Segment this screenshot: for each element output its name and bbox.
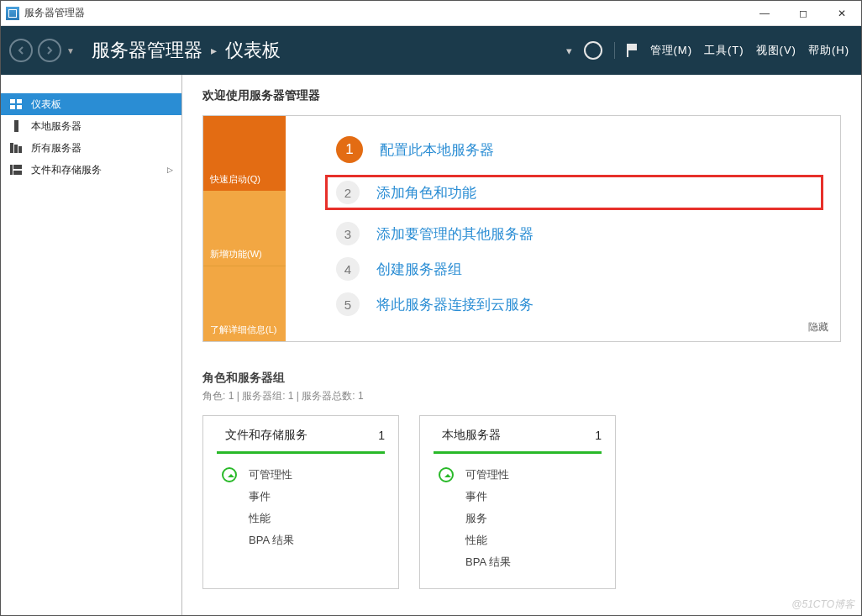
menu-manage[interactable]: 管理(M) [650,43,693,58]
tile-row-manageability[interactable]: 可管理性 [434,464,602,486]
sidebar-item-file-storage[interactable]: 文件和存储服务 ▷ [1,159,181,181]
welcome-left-tabs: 快速启动(Q) 新增功能(W) 了解详细信息(L) [203,116,286,341]
tile-row-manageability[interactable]: 可管理性 [217,464,385,486]
breadcrumb: 服务器管理器 ▸ 仪表板 [92,38,281,63]
window-title: 服务器管理器 [24,6,85,20]
breadcrumb-root[interactable]: 服务器管理器 [92,38,202,63]
titlebar: 服务器管理器 ― ◻ ✕ [1,1,861,26]
tile-row-bpa[interactable]: BPA 结果 [217,529,385,551]
groups-subtitle: 角色: 1 | 服务器组: 1 | 服务器总数: 1 [202,389,841,403]
step-label: 将此服务器连接到云服务 [376,295,533,314]
quick-start-steps: 1 配置此本地服务器 2 添加角色和功能 3 添加要管理的其他服务器 4 创建服… [286,116,840,341]
tab-whats-new[interactable]: 新增功能(W) [203,191,286,266]
server-icon [9,119,23,133]
tile-row-events[interactable]: 事件 [434,486,602,508]
tile-row-services[interactable]: 服务 [434,508,602,529]
step-number-icon: 4 [336,257,360,281]
step-create-group[interactable]: 4 创建服务器组 [336,257,823,281]
step-configure-local[interactable]: 1 配置此本地服务器 [336,136,823,163]
step-number-icon: 2 [336,181,360,204]
step-label: 配置此本地服务器 [380,140,494,160]
separator [614,42,615,59]
tile-count: 1 [378,429,385,442]
breadcrumb-separator-icon: ▸ [211,44,217,57]
menu-tools[interactable]: 工具(T) [704,43,744,58]
step-label: 添加要管理的其他服务器 [376,224,533,244]
nav-forward-button[interactable] [38,39,61,62]
step-number-icon: 5 [336,292,360,316]
sidebar-item-label: 仪表板 [31,97,61,112]
step-connect-cloud[interactable]: 5 将此服务器连接到云服务 [336,292,823,316]
hide-link[interactable]: 隐藏 [808,320,828,334]
menu-help[interactable]: 帮助(H) [808,43,849,58]
sidebar-item-local-server[interactable]: 本地服务器 [1,115,181,137]
tile-row-performance[interactable]: 性能 [434,529,602,551]
tile-title: 文件和存储服务 [225,428,370,443]
tile-count: 1 [595,429,602,442]
tile-row-bpa[interactable]: BPA 结果 [434,551,602,573]
step-label: 创建服务器组 [376,260,462,279]
tile-row-performance[interactable]: 性能 [217,508,385,529]
tiles-row: 文件和存储服务 1 可管理性 事件 性能 BPA 结果 本地服务器 1 可管理性 [202,415,841,589]
close-button[interactable]: ✕ [823,1,861,26]
sidebar-item-label: 所有服务器 [31,141,81,155]
tile-local-server[interactable]: 本地服务器 1 可管理性 事件 服务 性能 BPA 结果 [419,415,616,589]
tile-file-storage[interactable]: 文件和存储服务 1 可管理性 事件 性能 BPA 结果 [202,415,399,589]
app-icon [6,7,19,20]
maximize-button[interactable]: ◻ [784,1,823,26]
tile-title: 本地服务器 [442,428,586,443]
step-add-servers[interactable]: 3 添加要管理的其他服务器 [336,222,823,245]
step-number-icon: 3 [336,222,360,245]
sidebar-item-label: 本地服务器 [31,119,81,134]
dashboard-icon [9,97,23,111]
arrow-up-circle-icon [222,467,237,482]
step-label: 添加角色和功能 [376,183,476,203]
step-add-roles[interactable]: 2 添加角色和功能 [325,175,823,210]
watermark: @51CTO博客 [791,598,854,612]
groups-title: 角色和服务器组 [202,371,841,386]
chevron-right-icon: ▷ [167,166,173,174]
storage-icon [9,163,23,176]
tile-row-events[interactable]: 事件 [217,486,385,508]
header-dropdown-caret[interactable]: ▾ [566,45,572,57]
nav-back-button[interactable] [9,39,33,62]
welcome-title: 欢迎使用服务器管理器 [202,88,841,103]
arrow-right-icon [45,45,55,55]
arrow-up-circle-icon [439,467,454,482]
tab-learn-more[interactable]: 了解详细信息(L) [203,266,286,341]
servers-icon [9,141,23,155]
header-bar: ▼ 服务器管理器 ▸ 仪表板 ▾ 管理(M) 工具(T) 视图(V) 帮助(H) [1,26,861,75]
notifications-flag-icon[interactable] [627,44,639,57]
nav-dropdown-caret[interactable]: ▼ [66,46,75,55]
tab-quick-start[interactable]: 快速启动(Q) [203,116,286,191]
sidebar: 仪表板 本地服务器 所有服务器 文件和存储服务 ▷ [1,75,182,615]
sidebar-item-dashboard[interactable]: 仪表板 [1,93,181,115]
welcome-panel: 快速启动(Q) 新增功能(W) 了解详细信息(L) 1 配置此本地服务器 2 添… [202,115,841,342]
sidebar-item-all-servers[interactable]: 所有服务器 [1,137,181,159]
minimize-button[interactable]: ― [745,1,784,26]
main-content: 欢迎使用服务器管理器 快速启动(Q) 新增功能(W) 了解详细信息(L) 1 配… [182,75,861,615]
refresh-icon[interactable] [584,41,602,60]
menu-view[interactable]: 视图(V) [756,43,796,58]
sidebar-item-label: 文件和存储服务 [31,163,102,177]
breadcrumb-current: 仪表板 [225,38,281,63]
arrow-left-icon [16,45,26,55]
step-number-icon: 1 [336,136,363,163]
